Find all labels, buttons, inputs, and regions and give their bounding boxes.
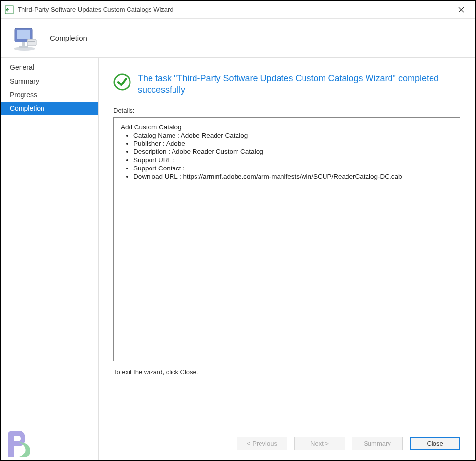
- detail-item: Support URL :: [133, 156, 453, 165]
- detail-item: Description : Adobe Reader Custom Catalo…: [133, 148, 453, 156]
- wizard-step-title: Completion: [50, 34, 87, 42]
- previous-button: < Previous: [237, 437, 287, 450]
- button-label: Close: [427, 440, 443, 447]
- button-label: Summary: [364, 440, 391, 447]
- close-icon[interactable]: [452, 3, 471, 17]
- wizard-header: Completion: [1, 19, 475, 58]
- sidebar-item-label: Summary: [10, 77, 39, 85]
- wizard-main: The task "Third-Party Software Updates C…: [99, 58, 475, 460]
- sidebar-item-label: Progress: [10, 91, 37, 99]
- sidebar-item-summary[interactable]: Summary: [1, 74, 98, 88]
- svg-rect-4: [22, 42, 25, 46]
- detail-item: Support Contact :: [133, 165, 453, 173]
- sidebar-item-completion[interactable]: Completion: [1, 102, 98, 115]
- svg-rect-3: [17, 30, 30, 39]
- details-label: Details:: [113, 107, 460, 114]
- button-row: < Previous Next > Summary Close: [113, 422, 460, 450]
- details-box: Add Custom Catalog Catalog Name : Adobe …: [113, 117, 460, 361]
- detail-item: Catalog Name : Adobe Reader Catalog: [133, 132, 453, 140]
- details-heading: Add Custom Catalog: [121, 124, 453, 131]
- wizard-steps-sidebar: General Summary Progress Completion: [1, 58, 99, 460]
- svg-rect-6: [27, 39, 36, 46]
- sidebar-item-label: General: [10, 63, 34, 71]
- status-row: The task "Third-Party Software Updates C…: [113, 72, 460, 96]
- details-list: Catalog Name : Adobe Reader Catalog Publ…: [133, 132, 453, 181]
- monitor-icon: [11, 24, 38, 52]
- app-icon: [5, 5, 14, 14]
- next-button: Next >: [294, 437, 345, 450]
- svg-rect-5: [19, 46, 28, 48]
- window-title: Third-Party Software Updates Custom Cata…: [18, 6, 452, 13]
- close-button[interactable]: Close: [410, 437, 460, 450]
- detail-item: Download URL : https://armmf.adobe.com/a…: [133, 173, 453, 181]
- svg-rect-7: [28, 41, 35, 42]
- titlebar: Third-Party Software Updates Custom Cata…: [1, 1, 475, 19]
- exit-hint: To exit the wizard, click Close.: [113, 368, 460, 376]
- sidebar-item-general[interactable]: General: [1, 61, 98, 74]
- sidebar-item-label: Completion: [10, 105, 44, 112]
- success-check-icon: [113, 73, 131, 91]
- button-label: Next >: [310, 440, 329, 447]
- summary-button: Summary: [352, 437, 403, 450]
- status-message: The task "Third-Party Software Updates C…: [138, 72, 460, 96]
- sidebar-item-progress[interactable]: Progress: [1, 88, 98, 102]
- svg-point-8: [114, 74, 130, 90]
- detail-item: Publisher : Adobe: [133, 140, 453, 148]
- wizard-body: General Summary Progress Completion The …: [1, 58, 475, 460]
- button-label: < Previous: [247, 440, 277, 447]
